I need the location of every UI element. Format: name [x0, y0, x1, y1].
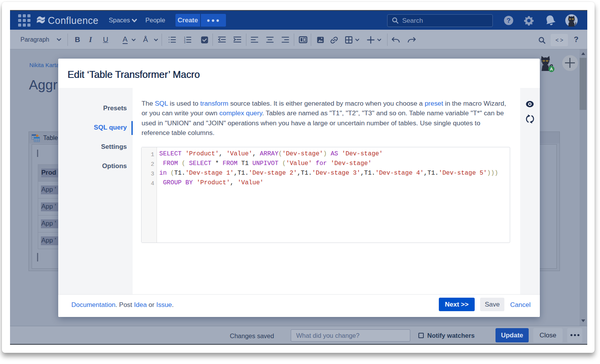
svg-text:?: ?	[507, 17, 511, 24]
svg-text:A: A	[550, 67, 553, 71]
svg-text:3: 3	[184, 41, 185, 43]
